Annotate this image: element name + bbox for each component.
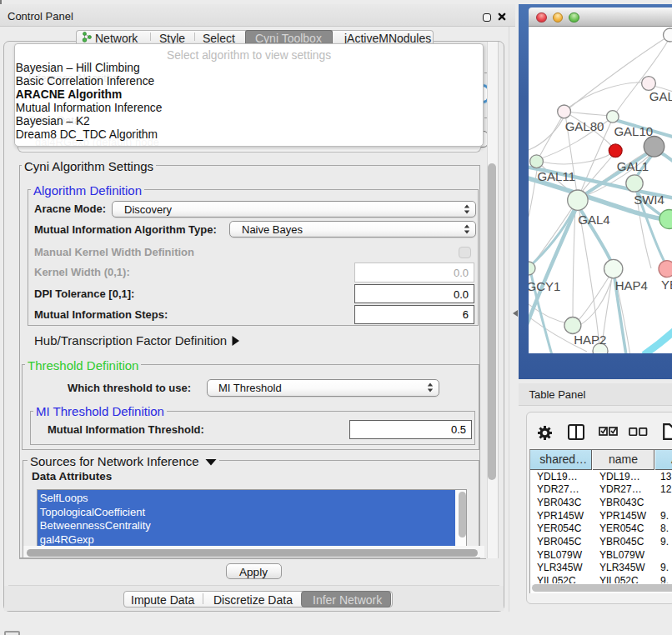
- svg-text:SWI4: SWI4: [634, 192, 664, 207]
- svg-text:HAP4: HAP4: [615, 278, 648, 292]
- svg-text:HAP2: HAP2: [574, 332, 606, 346]
- svg-text:GCY1: GCY1: [529, 279, 560, 293]
- svg-text:GAL4: GAL4: [578, 212, 609, 226]
- svg-text:GAL1: GAL1: [617, 158, 649, 172]
- svg-text:YB: YB: [661, 278, 672, 292]
- svg-text:GAL10: GAL10: [614, 123, 653, 138]
- svg-text:GAL11: GAL11: [537, 168, 575, 182]
- svg-text:GAL80: GAL80: [565, 118, 604, 132]
- svg-text:GAL7: GAL7: [649, 89, 672, 103]
